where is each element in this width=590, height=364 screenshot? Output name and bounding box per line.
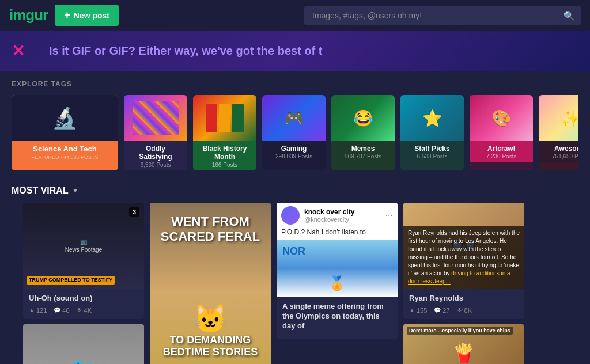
tag-count-memes: 569,787 Posts xyxy=(336,153,390,160)
post-card-chip[interactable]: 🍟 Don't more....especially if you have c… xyxy=(403,324,524,364)
votes-ryan: ▲ 155 xyxy=(409,307,427,314)
tag-image-oddly xyxy=(124,95,187,141)
tag-card-memes[interactable]: 😂 Memes 569,787 Posts xyxy=(331,95,395,170)
explore-tags-section: EXPLORE TAGS 🔬 Science And Tech FEATURED… xyxy=(0,71,590,176)
tag-count-gaming: 298,039 Posts xyxy=(267,153,321,160)
post-card-birds[interactable]: 🐦 Then the birds went silent xyxy=(23,324,144,364)
tag-card-artcrawl[interactable]: 🎨 Artcrawl 7,230 Posts xyxy=(470,95,533,170)
post-image-ryan: 👓 Ryan Reynolds had his Jeep stolen with… xyxy=(403,203,524,289)
tweet-avatar xyxy=(281,206,300,225)
post-card-trump[interactable]: 📺News Footage TRUMP COMPELLED TO TESTIFY… xyxy=(23,203,144,318)
banner-text: Is it GIF or GIF? Either way, we've got … xyxy=(49,44,322,58)
plus-icon: + xyxy=(64,9,70,21)
explore-tags-title: EXPLORE TAGS xyxy=(12,80,578,88)
tags-row: 🔬 Science And Tech FEATURED · 44,885 Pos… xyxy=(12,95,578,170)
banner: ✕ Is it GIF or GIF? Either way, we've go… xyxy=(0,31,590,71)
tweet-username: knock over city xyxy=(304,208,354,216)
posts-grid: 📺News Footage TRUMP COMPELLED TO TESTIFY… xyxy=(12,203,578,364)
tag-card-black-history-month[interactable]: Black History Month 166 Posts xyxy=(193,95,256,170)
tweet-header: knock over city @knockovercity ··· xyxy=(277,203,398,228)
tag-image-art: 🎨 xyxy=(470,95,533,141)
tag-card-oddly-satisfying[interactable]: Oddly Satisfying 6,530 Posts xyxy=(124,95,187,170)
tweet-options-icon[interactable]: ··· xyxy=(385,210,393,221)
post-image-cat: WENT FROM SCARED FERAL 🐱 TO DEMANDING BE… xyxy=(150,203,271,364)
tag-name-science: Science And Tech xyxy=(16,145,114,154)
tag-name-staff: Staff Picks xyxy=(405,145,459,153)
post-card-cat[interactable]: WENT FROM SCARED FERAL 🐱 TO DEMANDING BE… xyxy=(150,203,271,364)
views-ryan: 👁 8K xyxy=(457,307,472,314)
post-stats-ryan: ▲ 155 💬 27 👁 8K xyxy=(409,307,519,314)
cat-top-text: WENT FROM SCARED FERAL xyxy=(150,214,271,245)
tag-label-memes: Memes 569,787 Posts xyxy=(331,141,395,162)
tweet-text: P.O.D.? Nah I don't listen to xyxy=(277,228,398,240)
post-title-olympics: A single meme offering from the Olympics… xyxy=(282,302,392,331)
post-stats-trump: ▲ 121 💬 40 👁 4K xyxy=(29,307,138,314)
tag-card-awesome[interactable]: ✨ Awesome 751,650 Posts xyxy=(539,95,578,170)
views-trump: 👁 4K xyxy=(77,307,92,314)
post-card-ryan[interactable]: 👓 Ryan Reynolds had his Jeep stolen with… xyxy=(403,203,524,318)
tag-image-staff: ⭐ xyxy=(400,95,464,141)
tag-label-bhm: Black History Month 166 Posts xyxy=(193,141,256,170)
tag-name-oddly: Oddly Satisfying xyxy=(128,145,183,161)
post-card-tweet[interactable]: knock over city @knockovercity ··· P.O.D… xyxy=(277,203,398,339)
post-info-ryan: Ryan Reynolds ▲ 155 💬 27 👁 8K xyxy=(403,289,524,318)
tag-card-staff-picks[interactable]: ⭐ Staff Picks 6,533 Posts xyxy=(400,95,464,170)
tag-image-gaming: 🎮 xyxy=(262,95,326,141)
tag-label-science: Science And Tech FEATURED · 44,885 Posts xyxy=(12,141,118,162)
search-icon[interactable]: 🔍 xyxy=(563,10,575,21)
search-input[interactable] xyxy=(304,6,581,25)
tag-label-staff: Staff Picks 6,533 Posts xyxy=(400,141,464,162)
tag-image-bhm xyxy=(193,95,256,141)
tag-name-bhm: Black History Month xyxy=(198,145,252,161)
header: imgur + New post 🔍 xyxy=(0,0,590,31)
post-info-trump: Uh-Oh (sound on) ▲ 121 💬 40 👁 4K xyxy=(23,289,144,318)
ryan-link[interactable]: driving to auditions in a door-less Jeep… xyxy=(408,270,510,285)
tag-name-gaming: Gaming xyxy=(267,145,321,153)
dropdown-arrow-icon[interactable]: ▼ xyxy=(72,187,79,195)
tag-label-awesome: Awesome 751,650 Posts xyxy=(539,141,578,162)
tag-name-memes: Memes xyxy=(336,145,390,153)
tag-count-bhm: 166 Posts xyxy=(198,162,252,168)
tag-image-awesome: ✨ xyxy=(539,95,578,141)
tag-count-oddly: 6,530 Posts xyxy=(128,162,183,168)
new-post-button[interactable]: + New post xyxy=(55,5,119,26)
badge-number: 3 xyxy=(129,207,139,217)
close-icon[interactable]: ✕ xyxy=(12,41,25,60)
tag-image-memes: 😂 xyxy=(331,95,395,141)
trump-caption: TRUMP COMPELLED TO TESTIFY xyxy=(27,276,115,285)
comments-trump: 💬 40 xyxy=(54,307,69,314)
tag-name-art: Artcrawl xyxy=(474,145,528,153)
post-title-ryan: Ryan Reynolds xyxy=(409,294,519,304)
ryan-caption: Ryan Reynolds had his Jeep stolen with t… xyxy=(403,226,524,289)
tag-count-art: 7,230 Posts xyxy=(474,153,528,160)
post-image-birds: 🐦 xyxy=(23,324,144,364)
tag-featured-science: FEATURED · 44,885 Posts xyxy=(16,154,114,160)
cat-bottom-text: TO DEMANDING BEDTIME STORIES xyxy=(150,334,271,358)
post-image-chip: 🍟 Don't more....especially if you have c… xyxy=(403,324,524,364)
tag-label-gaming: Gaming 298,039 Posts xyxy=(262,141,326,162)
votes-trump: ▲ 121 xyxy=(29,307,47,314)
tag-image-science: 🔬 xyxy=(12,95,118,141)
most-viral-section: MOST VIRAL ▼ 📺News Footage TRUMP COMPELL… xyxy=(0,176,590,364)
most-viral-title: MOST VIRAL ▼ xyxy=(12,185,578,196)
post-image-olympics: 🏅 NOR xyxy=(277,240,398,297)
post-info-olympics: A single meme offering from the Olympics… xyxy=(277,297,398,339)
tag-count-awesome: 751,650 Posts xyxy=(543,153,578,160)
tag-label-art: Artcrawl 7,230 Posts xyxy=(470,141,533,162)
content-area: EXPLORE TAGS 🔬 Science And Tech FEATURED… xyxy=(0,71,590,364)
search-bar: 🔍 xyxy=(304,6,581,25)
tag-label-oddly: Oddly Satisfying 6,530 Posts xyxy=(124,141,187,170)
tag-card-science-and-tech[interactable]: 🔬 Science And Tech FEATURED · 44,885 Pos… xyxy=(12,95,118,170)
comments-ryan: 💬 27 xyxy=(434,307,449,314)
tag-name-awesome: Awesome xyxy=(543,145,578,153)
tag-count-staff: 6,533 Posts xyxy=(405,153,459,160)
tag-card-gaming[interactable]: 🎮 Gaming 298,039 Posts xyxy=(262,95,326,170)
logo[interactable]: imgur xyxy=(9,6,48,24)
post-title-trump: Uh-Oh (sound on) xyxy=(29,294,138,304)
post-image-trump: 📺News Footage TRUMP COMPELLED TO TESTIFY… xyxy=(23,203,144,289)
tweet-handle: @knockovercity xyxy=(304,216,354,223)
